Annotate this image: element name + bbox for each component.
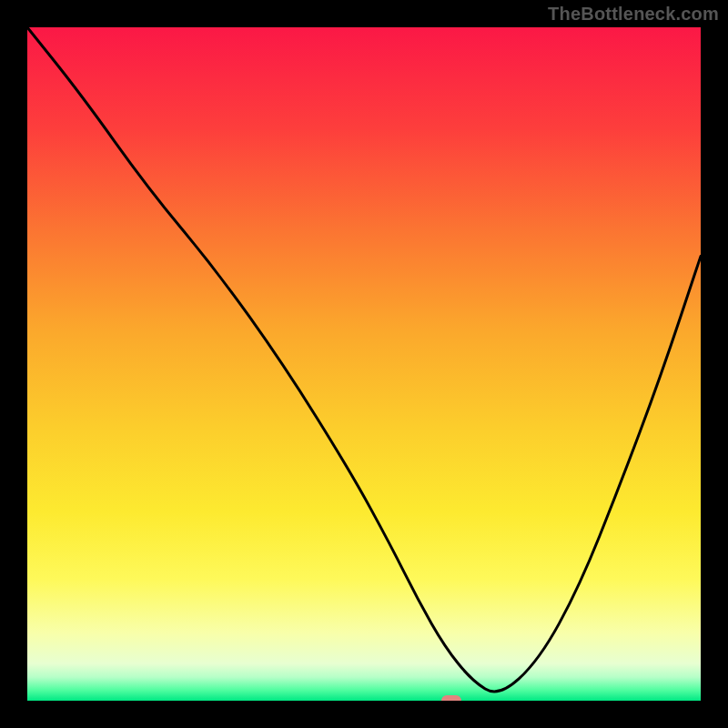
curve-layer — [27, 27, 701, 701]
plot-area — [27, 27, 701, 701]
watermark-text: TheBottleneck.com — [548, 4, 719, 25]
chart-frame: TheBottleneck.com — [0, 0, 728, 728]
bottleneck-curve — [27, 27, 701, 692]
optimal-marker — [441, 695, 461, 701]
